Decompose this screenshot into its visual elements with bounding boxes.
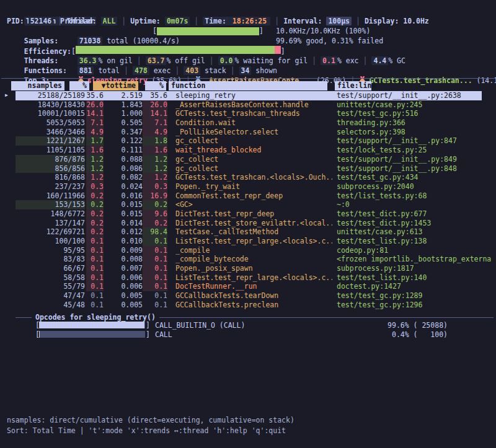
function-name-cell: CommonTest.test_repr_deep [175,191,332,201]
opcodes-section-header: Opcodes for sleeping_retry() [16,313,494,322]
direct-pct-cell: 0.3 [86,182,104,191]
column-header-function[interactable]: function [169,81,327,90]
info-item-value: 100µs [326,17,352,25]
stat-unit: % GC [388,56,405,65]
table-row[interactable]: 58/580.10.0060.1ListTest.test_repr_large… [0,273,496,283]
direct-pct-cell: 7.1 [86,118,104,128]
bracket-close: ] [259,27,264,35]
cumulative-pct-cell: 1.6 [143,146,167,155]
function-name-cell: GCCallbackTests.preclean [175,301,332,310]
tottime-cell: 0.016 [104,191,143,201]
tottime-cell: 0.015 [104,209,143,219]
direct-pct-cell: 0.1 [86,264,104,273]
function-name-cell: wait_threads_blocked [175,146,332,155]
table-row[interactable]: ▶25188/2518935.62.51935.6sleeping_retryt… [0,91,496,100]
cumulative-pct-cell: 7.1 [143,118,167,128]
info-item-value: ALL [101,17,118,25]
table-row[interactable]: 18430/1843026.01.84326.0_AssertRaisesBas… [0,100,496,110]
direct-pct-cell: 0.1 [86,237,104,246]
tottime-cell: 0.014 [104,219,143,228]
file-line-cell: selectors.py:398 [337,128,496,137]
cumulative-pct-cell: 26.0 [143,100,167,110]
function-name-cell: _AssertRaisesBaseContext.handle [175,100,332,110]
file-line-cell: test/test_gc.py:434 [337,173,496,182]
tottime-cell: 0.009 [104,246,143,255]
nsamples-cell: 58/58 [16,273,85,283]
table-row[interactable]: 237/2370.30.0240.3Popen._try_waitsubproc… [0,182,496,191]
info-item-label: Time: [205,17,231,25]
file-line-cell: subprocess.py:1817 [337,264,496,273]
table-row[interactable]: 45/480.10.0050.1GCCallbackTests.preclean… [0,301,496,310]
function-table-rows: ▶25188/2518935.62.51935.6sleeping_retryt… [0,91,496,310]
function-name-cell: ListTest.test_repr_large.<locals>.c... [175,237,332,246]
table-row[interactable]: 856/8561.20.0861.2gc_collecttest/support… [0,164,496,173]
efficiency-line: Efficiency:[] [7,36,285,46]
tottime-cell: 0.086 [104,164,143,173]
function-name-cell: gc_collect [175,155,332,164]
table-row[interactable]: 95/950.10.0090.1_compilecodeop.py:81 [0,246,496,255]
nsamples-cell: 816/868 [16,173,85,182]
tottime-cell: 0.122 [104,136,143,146]
table-row[interactable]: 83/830.10.0080.1_compile_bytecode<frozen… [0,255,496,264]
column-header-direct-pct[interactable]: % [69,81,89,90]
function-name-cell: ListTest.test_repr_large.<locals>.c... [175,273,332,283]
nsamples-cell: 3466/3466 [16,128,85,137]
nsamples-cell: 5053/5053 [16,118,85,128]
table-row[interactable]: 160/119660.20.01616.9CommonTest.test_rep… [0,191,496,201]
info-item-label: PID: [7,17,29,25]
cumulative-pct-cell: 1.2 [143,164,167,173]
table-row[interactable]: 122/697210.20.01298.4TestCase._callTestM… [0,227,496,237]
file-line-cell: codeop.py:81 [337,246,496,255]
table-row[interactable]: 876/8761.20.0881.2gc_collecttest/support… [0,155,496,164]
table-row[interactable]: 100/1000.10.0100.1ListTest.test_repr_lar… [0,237,496,246]
column-header-cumulative-pct[interactable]: % [145,81,166,90]
separator: │ [312,56,316,65]
cumulative-pct-cell: 0.3 [143,182,167,191]
function-name-cell: sleeping_retry [175,91,332,100]
direct-pct-cell: 35.6 [86,91,104,100]
cumulative-pct-cell: 0.1 [143,264,167,273]
table-row[interactable]: 5053/50537.10.5057.1Condition.waitthread… [0,118,496,128]
cumulative-pct-cell: 0.2 [143,200,167,209]
table-row[interactable]: 10001/1001514.11.00014.1GCTests.test_tra… [0,109,496,118]
table-row[interactable]: 55/790.10.0060.1DocTestRunner.__rundocte… [0,282,496,291]
rule-segment [159,317,494,318]
function-name-cell: DocTestRunner.__run [175,282,332,291]
table-row[interactable]: 137/1470.20.0140.2DictTest.test_store_ev… [0,219,496,228]
cumulative-pct-cell: 4.9 [143,128,167,137]
samples-bar-fill [157,27,259,35]
cumulative-pct-cell: 16.9 [143,191,167,201]
file-line-cell: unittest/case.py:613 [337,227,496,237]
table-row[interactable]: 816/8681.20.0821.2GCTests.test_trashcan.… [0,173,496,182]
info-item-value: 0m07s [165,17,190,25]
table-row[interactable]: 148/67720.20.0159.6DictTest.test_repr_de… [0,209,496,219]
direct-pct-cell: 1.2 [86,173,104,182]
direct-pct-cell: 1.2 [86,164,104,173]
column-header-tottime-sorted[interactable]: ▼tottime [93,81,138,90]
tottime-cell: 0.111 [104,146,143,155]
function-name-cell: Popen._try_wait [175,182,332,191]
column-header-nsamples[interactable]: nsamples [11,81,64,90]
info-item-label: Thread: [66,17,100,25]
table-row[interactable]: 1221/12671.70.1221.8gc_collecttest/suppo… [0,136,496,146]
function-name-cell: GCCallbackTests.tearDown [175,291,332,301]
table-row[interactable]: 47/470.10.0050.1GCCallbackTests.tearDown… [0,291,496,301]
nsamples-cell: 856/856 [16,164,85,173]
table-row[interactable]: 66/670.10.0070.1Popen._posix_spawnsubpro… [0,264,496,273]
table-row[interactable]: 153/1530.20.0150.2<GC>~:0 [0,200,496,209]
function-name-cell: Condition.wait [175,118,332,128]
table-row[interactable]: 3466/34664.90.3474.9_PollLikeSelector.se… [0,128,496,137]
tottime-cell: 0.005 [104,301,143,310]
direct-pct-cell: 0.1 [86,255,104,264]
functions-line: Functions:881 total│478 exec│403 stack│3… [7,56,277,66]
function-name-cell: DictTest.test_store_evilattr.<local... [175,219,332,228]
tottime-cell: 0.006 [104,282,143,291]
nsamples-cell: 137/147 [16,219,85,228]
table-row[interactable]: 1105/11051.60.1111.6wait_threads_blocked… [0,146,496,155]
nsamples-cell: 83/83 [16,255,85,264]
direct-pct-cell: 26.0 [86,100,104,110]
column-header-file-line[interactable]: file:line [335,81,371,90]
cumulative-pct-cell: 98.4 [143,227,167,237]
direct-pct-cell: 0.1 [86,282,104,291]
tottime-cell: 0.012 [104,227,143,237]
